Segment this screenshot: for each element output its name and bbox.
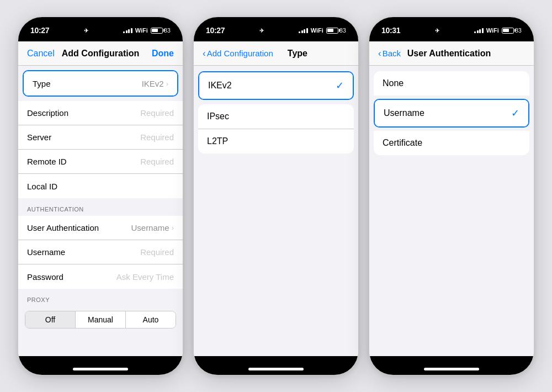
nav-bar-2: ‹ Add Configuration Type — [194, 41, 358, 66]
status-icons-2: WiFi 83 — [299, 27, 346, 34]
ipsec-row[interactable]: IPsec — [198, 104, 354, 129]
local-id-row[interactable]: Local ID — [18, 174, 183, 198]
remote-id-placeholder: Required — [140, 157, 174, 166]
nav-bar-1: Cancel Add Configuration Done — [18, 41, 183, 66]
user-auth-row[interactable]: User Authentication Username › — [18, 216, 183, 240]
wifi-icon-1: WiFi — [135, 27, 148, 34]
server-label: Server — [27, 133, 51, 142]
password-placeholder: Ask Every Time — [116, 272, 174, 282]
description-placeholder: Required — [140, 108, 174, 118]
home-indicator-2 — [194, 356, 358, 375]
nav-title-3: User Authentication — [401, 49, 497, 59]
status-bar-3: 10:31 ✈ WiFi 83 — [369, 17, 534, 41]
username-auth-label: Username — [384, 108, 424, 118]
chevron-right-icon: › — [166, 80, 168, 88]
type-label: Type — [33, 79, 51, 88]
username-label: Username — [27, 247, 65, 257]
home-indicator-1 — [18, 356, 183, 375]
done-button[interactable]: Done — [146, 49, 174, 59]
username-placeholder: Required — [140, 247, 174, 257]
description-row[interactable]: Description Required — [18, 101, 183, 125]
proxy-off-button[interactable]: Off — [25, 311, 76, 328]
battery-icon-3: 83 — [502, 27, 522, 34]
user-auth-value: Username › — [131, 223, 174, 232]
l2tp-row[interactable]: L2TP — [198, 129, 354, 153]
ikev2-selected-container: IKEv2 ✓ — [198, 71, 354, 100]
remote-id-row[interactable]: Remote ID Required — [18, 150, 183, 174]
ikev2-row[interactable]: IKEv2 ✓ — [199, 72, 353, 99]
phone-2: 10:27 ✈ WiFi 83 — [193, 17, 359, 375]
proxy-manual-button[interactable]: Manual — [76, 311, 126, 328]
certificate-label: Certificate — [383, 138, 422, 148]
location-icon-1: ✈ — [84, 28, 88, 34]
username-selected-container: Username ✓ — [374, 99, 529, 128]
nav-title-2: Type — [273, 49, 322, 59]
signal-icon-2 — [299, 28, 308, 33]
auth-section-label: AUTHENTICATION — [18, 198, 183, 216]
back-chevron-3: ‹ — [378, 48, 381, 59]
username-checkmark: ✓ — [511, 107, 519, 119]
status-icons-3: WiFi 83 — [474, 27, 522, 34]
password-row[interactable]: Password Ask Every Time — [18, 264, 183, 289]
location-icon-3: ✈ — [435, 28, 439, 34]
description-label: Description — [27, 108, 68, 118]
phone-1: 10:27 ✈ WiFi 83 Cancel — [18, 17, 183, 375]
home-bar-3 — [424, 368, 479, 370]
ikev2-checkmark: ✓ — [336, 80, 344, 92]
username-auth-row[interactable]: Username ✓ — [375, 100, 528, 126]
status-icons-1: WiFi 83 — [123, 27, 171, 34]
app-container: 10:27 ✈ WiFi 83 Cancel — [7, 6, 545, 386]
certificate-row[interactable]: Certificate — [374, 131, 529, 155]
password-label: Password — [27, 272, 63, 282]
status-bar-2: 10:27 ✈ WiFi 83 — [194, 17, 358, 41]
back-label-3: Back — [383, 49, 401, 58]
nav-bar-3: ‹ Back User Authentication — [369, 41, 534, 66]
username-row[interactable]: Username Required — [18, 240, 183, 264]
proxy-section: PROXY Off Manual Auto — [18, 289, 183, 329]
wifi-icon-3: WiFi — [486, 27, 499, 34]
location-icon-2: ✈ — [259, 28, 264, 34]
none-section: None — [374, 71, 529, 96]
proxy-section-label: PROXY — [18, 289, 183, 306]
ipsec-label: IPsec — [207, 112, 229, 121]
signal-icon-3 — [474, 28, 484, 33]
type-list: IKEv2 ✓ IPsec L2TP — [194, 71, 358, 153]
fields-group: Description Required Server Required Rem… — [18, 101, 183, 198]
server-row[interactable]: Server Required — [18, 125, 183, 150]
other-types-section: IPsec L2TP — [198, 104, 354, 153]
type-row-container: Type IKEv2 › — [23, 70, 178, 97]
certificate-section: Certificate — [374, 131, 529, 155]
back-label-2: Add Configuration — [207, 49, 273, 58]
none-row[interactable]: None — [374, 71, 529, 96]
type-value: IKEv2 › — [142, 79, 168, 88]
remote-id-label: Remote ID — [27, 157, 67, 166]
user-auth-label: User Authentication — [27, 223, 99, 232]
back-button-2[interactable]: ‹ Add Configuration — [203, 48, 273, 59]
none-label: None — [383, 78, 404, 88]
signal-icon-1 — [123, 28, 132, 33]
auth-group: User Authentication Username › Username … — [18, 216, 183, 289]
time-1: 10:27 — [30, 26, 49, 35]
back-button-3[interactable]: ‹ Back — [378, 48, 401, 59]
home-bar-1 — [73, 368, 128, 370]
cancel-button[interactable]: Cancel — [27, 49, 55, 59]
wifi-icon-2: WiFi — [311, 27, 323, 34]
l2tp-label: L2TP — [207, 136, 228, 146]
local-id-label: Local ID — [27, 182, 57, 191]
back-chevron-2: ‹ — [203, 48, 206, 59]
time-2: 10:27 — [206, 26, 225, 35]
type-row[interactable]: Type IKEv2 › — [24, 71, 177, 96]
proxy-auto-button[interactable]: Auto — [126, 311, 176, 328]
content-3: None Username ✓ Certificate — [369, 66, 534, 356]
home-indicator-3 — [369, 356, 534, 375]
phone-3: 10:31 ✈ WiFi 83 — [369, 17, 534, 375]
battery-icon-1: 83 — [151, 27, 171, 34]
user-auth-chevron: › — [172, 224, 174, 232]
time-3: 10:31 — [381, 26, 400, 35]
auth-section: AUTHENTICATION User Authentication Usern… — [18, 198, 183, 289]
status-bar-1: 10:27 ✈ WiFi 83 — [18, 17, 183, 41]
content-2: IKEv2 ✓ IPsec L2TP — [194, 66, 358, 356]
content-1: Type IKEv2 › Description Required Server — [18, 66, 183, 356]
battery-icon-2: 83 — [326, 27, 346, 34]
ikev2-label: IKEv2 — [208, 81, 232, 91]
